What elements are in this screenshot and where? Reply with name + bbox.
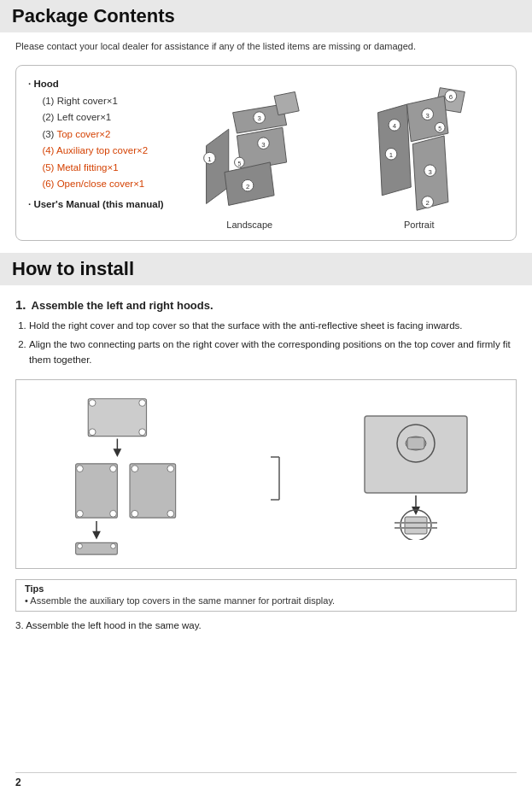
svg-text:1: 1 — [389, 151, 393, 159]
svg-text:1: 1 — [208, 155, 212, 163]
tips-title: Tips — [25, 583, 507, 594]
svg-point-53 — [77, 544, 82, 549]
contents-illustrations: 1 3 5 3 — [165, 76, 504, 230]
landscape-illustration: 1 3 5 3 — [190, 79, 309, 230]
svg-point-42 — [109, 466, 116, 472]
svg-text:3: 3 — [428, 168, 431, 176]
assembly-parts-svg — [61, 390, 198, 557]
item-4: (4) Auxiliary top cover×2 — [28, 143, 165, 160]
svg-text:3: 3 — [425, 112, 429, 120]
step-1-label: Assemble the left and right hoods. — [32, 299, 213, 312]
svg-text:5: 5 — [438, 126, 441, 132]
page-number: 2 — [15, 776, 21, 788]
assembly-detail-svg — [360, 407, 471, 540]
portrait-label: Portrait — [404, 220, 434, 230]
item-5: (5) Metal fitting×1 — [28, 160, 165, 177]
portrait-illustration: 6 3 5 4 1 — [360, 79, 479, 230]
svg-text:3: 3 — [262, 141, 266, 149]
package-contents-header: Package Contents — [0, 0, 532, 32]
tips-box: Tips • Assemble the auxiliary top covers… — [15, 579, 517, 612]
step-1-number: 1. — [15, 297, 26, 312]
svg-rect-65 — [405, 517, 427, 534]
svg-point-41 — [76, 466, 83, 472]
landscape-svg: 1 3 5 3 — [190, 79, 309, 216]
svg-point-36 — [89, 429, 96, 436]
svg-point-47 — [167, 466, 173, 472]
portrait-svg: 6 3 5 4 1 — [360, 79, 479, 216]
assembly-box — [15, 379, 517, 569]
how-to-install-header: How to install — [0, 253, 532, 285]
package-contents-title: Package Contents — [12, 5, 520, 27]
step-1-instructions: Hold the right cover and top cover so th… — [15, 319, 517, 367]
svg-text:4: 4 — [393, 122, 397, 130]
svg-rect-58 — [365, 416, 467, 493]
package-contents-subtitle: Please contact your local dealer for ass… — [0, 41, 532, 58]
connector-line — [271, 389, 288, 560]
step-1-container: 1. Assemble the left and right hoods. Ho… — [0, 297, 532, 630]
svg-marker-6 — [274, 92, 299, 115]
svg-point-34 — [89, 400, 96, 407]
svg-marker-51 — [92, 531, 101, 540]
svg-point-37 — [138, 429, 145, 436]
svg-point-48 — [131, 511, 137, 518]
page-footer: 2 — [15, 772, 517, 788]
svg-rect-40 — [75, 464, 117, 518]
svg-point-46 — [131, 466, 137, 472]
how-to-install-title: How to install — [12, 258, 520, 280]
instruction-1: Hold the right cover and top cover so th… — [29, 319, 517, 333]
svg-point-49 — [167, 511, 173, 518]
svg-marker-0 — [207, 129, 229, 203]
item-3: (3) Top cover×2 — [28, 126, 165, 144]
instruction-2: Align the two connecting parts on the ri… — [29, 337, 517, 367]
contents-box: · Hood (1) Right cover×1 (2) Left cover×… — [15, 65, 517, 241]
svg-point-35 — [138, 400, 145, 407]
page-wrapper: Package Contents Please contact your loc… — [0, 0, 532, 656]
svg-marker-39 — [113, 449, 121, 458]
svg-rect-61 — [407, 437, 424, 449]
contents-list: · Hood (1) Right cover×1 (2) Left cover×… — [28, 76, 165, 213]
item-1: (1) Right cover×1 — [28, 93, 165, 110]
svg-text:2: 2 — [425, 199, 429, 207]
step-1-title: 1. Assemble the left and right hoods. — [15, 297, 517, 312]
svg-text:6: 6 — [448, 93, 452, 101]
hood-label: · Hood — [28, 76, 165, 93]
svg-text:2: 2 — [246, 183, 249, 190]
svg-point-44 — [109, 511, 116, 518]
step-3: 3. Assemble the left hood in the same wa… — [15, 620, 517, 630]
svg-rect-33 — [88, 399, 146, 437]
landscape-label: Landscape — [226, 220, 272, 230]
svg-point-54 — [110, 544, 115, 549]
item-2: (2) Left cover×1 — [28, 109, 165, 126]
svg-text:5: 5 — [238, 161, 242, 167]
svg-point-43 — [76, 511, 83, 518]
svg-text:3: 3 — [258, 114, 261, 122]
manual-label: · User's Manual (this manual) — [28, 196, 165, 214]
tips-content: • Assemble the auxiliary top covers in t… — [25, 595, 507, 606]
item-6: (6) Open/close cover×1 — [28, 176, 165, 193]
